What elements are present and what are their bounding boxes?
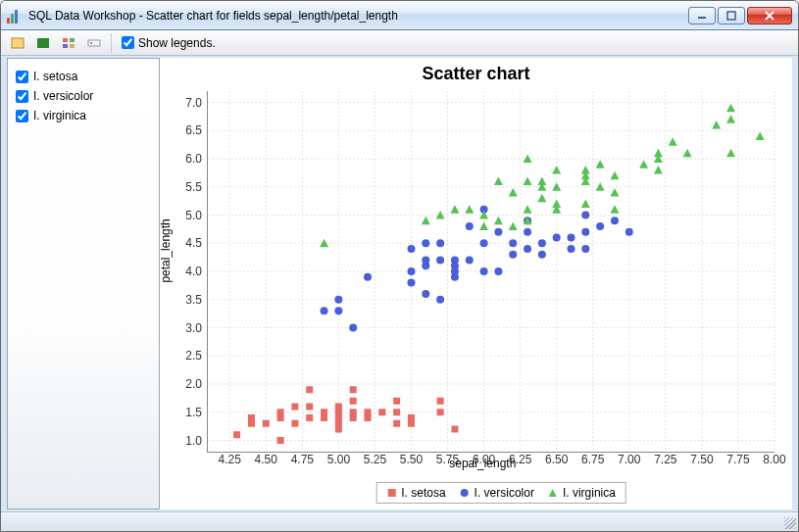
titlebar[interactable]: SQL Data Workshop - Scatter chart for fi… (1, 1, 798, 30)
svg-rect-72 (248, 414, 255, 421)
svg-point-133 (524, 228, 531, 236)
svg-rect-76 (277, 409, 284, 415)
svg-point-109 (407, 279, 415, 287)
svg-point-108 (364, 273, 372, 281)
svg-text:6.5: 6.5 (185, 123, 202, 137)
svg-rect-102 (437, 398, 444, 405)
svg-marker-183 (712, 121, 721, 129)
sidebar-item-virginica[interactable]: I. virginica (14, 106, 153, 125)
svg-text:7.50: 7.50 (690, 453, 714, 466)
sidebar-item-versicolor[interactable]: I. versicolor (14, 86, 153, 106)
svg-rect-9 (70, 44, 75, 48)
body: I. setosa I. versicolor I. virginica Sca… (1, 56, 798, 511)
svg-rect-88 (335, 404, 342, 411)
svg-point-142 (581, 212, 589, 219)
show-legends-checkbox[interactable]: Show legends. (122, 36, 216, 50)
svg-rect-94 (365, 409, 372, 415)
series-toggle-virginica[interactable] (16, 110, 28, 122)
svg-point-131 (509, 239, 517, 247)
plot-svg: 4.254.504.755.005.255.505.756.006.256.50… (208, 91, 774, 452)
series-toggle-setosa[interactable] (16, 71, 28, 83)
svg-rect-10 (88, 40, 100, 46)
svg-marker-181 (669, 137, 677, 146)
svg-marker-175 (610, 188, 619, 197)
resize-grip-icon[interactable] (784, 517, 796, 529)
svg-rect-74 (277, 437, 284, 444)
svg-marker-165 (552, 200, 561, 209)
svg-marker-147 (422, 217, 430, 225)
sidebar-item-setosa[interactable]: I. setosa (14, 67, 153, 86)
svg-text:6.75: 6.75 (581, 453, 605, 466)
svg-rect-11 (90, 42, 92, 44)
svg-point-130 (509, 251, 517, 259)
maximize-button[interactable] (718, 7, 745, 24)
svg-point-135 (538, 251, 546, 259)
series-toggle-versicolor[interactable] (16, 90, 28, 103)
svg-point-104 (321, 307, 328, 314)
svg-point-132 (524, 245, 531, 253)
svg-point-114 (422, 257, 429, 265)
status-bar (1, 511, 798, 531)
svg-marker-168 (581, 200, 590, 209)
svg-marker-182 (683, 149, 692, 158)
svg-text:6.25: 6.25 (509, 453, 532, 466)
sidebar-item-label: I. versicolor (33, 89, 93, 103)
svg-rect-81 (306, 386, 313, 393)
svg-rect-91 (350, 398, 357, 405)
svg-point-117 (436, 257, 444, 265)
svg-text:6.50: 6.50 (545, 453, 569, 466)
svg-text:2.5: 2.5 (185, 349, 202, 363)
svg-point-137 (553, 234, 561, 242)
series-sidebar: I. setosa I. versicolor I. virginica (7, 58, 160, 509)
svg-point-112 (422, 290, 429, 298)
svg-text:5.25: 5.25 (364, 453, 387, 466)
svg-rect-6 (63, 38, 68, 42)
tool-legend-button[interactable] (83, 33, 105, 53)
app-window: SQL Data Workshop - Scatter chart for fi… (0, 0, 799, 532)
svg-text:7.00: 7.00 (618, 453, 641, 466)
svg-marker-176 (610, 171, 619, 180)
svg-text:1.5: 1.5 (185, 406, 202, 419)
svg-marker-155 (509, 222, 518, 231)
svg-rect-90 (350, 409, 357, 415)
svg-text:7.25: 7.25 (654, 453, 677, 466)
svg-point-189 (461, 489, 469, 497)
svg-rect-92 (350, 386, 357, 393)
svg-text:8.00: 8.00 (763, 453, 786, 466)
svg-marker-159 (524, 177, 532, 186)
close-button[interactable] (747, 7, 792, 24)
svg-point-124 (466, 222, 474, 230)
toolbar-separator (111, 33, 112, 53)
svg-rect-78 (291, 404, 298, 411)
svg-point-105 (334, 307, 342, 314)
svg-rect-97 (393, 409, 400, 415)
svg-text:3.0: 3.0 (185, 321, 202, 335)
show-legends-input[interactable] (122, 36, 134, 49)
svg-point-122 (451, 257, 459, 265)
svg-text:4.75: 4.75 (291, 453, 315, 466)
tool-palette-button[interactable] (58, 33, 79, 53)
svg-point-111 (407, 245, 415, 253)
svg-marker-187 (756, 132, 765, 141)
svg-marker-167 (552, 166, 561, 174)
svg-rect-1 (727, 12, 735, 20)
tool-rect-outline-button[interactable] (7, 33, 28, 53)
svg-marker-156 (509, 188, 518, 197)
chart-area: Scatter chart petal_length sepal_length … (160, 58, 792, 509)
svg-point-136 (538, 239, 546, 247)
tool-rect-fill-button[interactable] (32, 33, 54, 53)
svg-marker-151 (479, 222, 488, 231)
svg-text:3.5: 3.5 (185, 293, 202, 307)
svg-point-106 (334, 296, 342, 304)
minimize-button[interactable] (688, 7, 716, 24)
svg-point-110 (407, 267, 415, 275)
plot-region: 4.254.504.755.005.255.505.756.006.256.50… (207, 91, 774, 453)
svg-point-139 (568, 234, 575, 242)
svg-point-145 (625, 228, 633, 236)
svg-rect-79 (306, 414, 313, 421)
svg-text:2.0: 2.0 (185, 377, 202, 391)
svg-marker-178 (654, 166, 663, 174)
svg-rect-101 (437, 409, 444, 415)
svg-marker-173 (596, 160, 605, 169)
svg-marker-171 (581, 166, 590, 174)
